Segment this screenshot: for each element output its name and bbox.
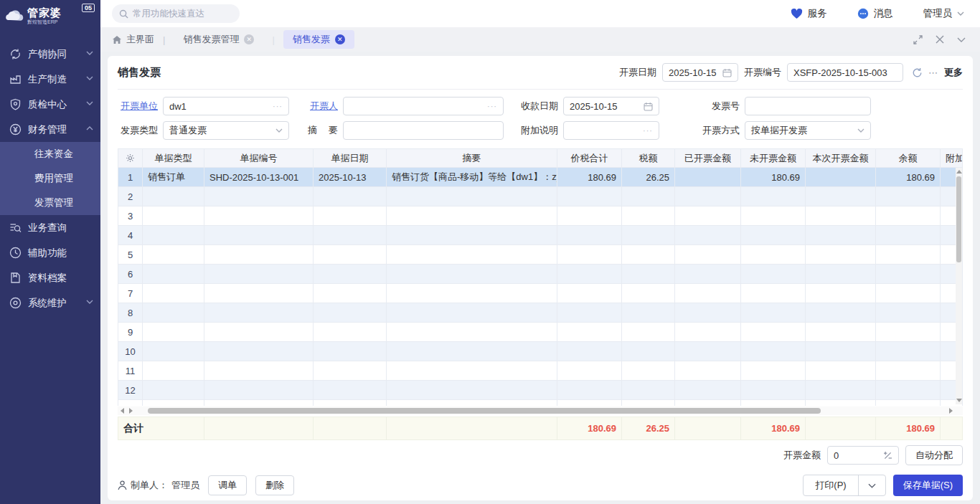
service-button[interactable]: 服务 xyxy=(791,7,827,20)
billing-unit-value[interactable] xyxy=(169,101,270,112)
sidebar-subitem[interactable]: 发票管理 xyxy=(0,191,100,215)
cell-doc_type[interactable] xyxy=(143,381,204,400)
cell-summary[interactable] xyxy=(387,226,557,245)
billing-method-select[interactable]: 按单据开发票 xyxy=(745,121,871,140)
cell-summary[interactable] xyxy=(387,245,557,265)
cell-unbilled[interactable] xyxy=(741,226,806,245)
tab-home[interactable]: 主界面 xyxy=(112,33,154,46)
extra-note-value[interactable] xyxy=(570,125,640,136)
invoice-amount-value[interactable] xyxy=(834,450,880,461)
cell-doc_no[interactable] xyxy=(204,284,314,303)
cell-unbilled[interactable] xyxy=(741,400,806,406)
cell-current[interactable] xyxy=(806,400,876,406)
table-row[interactable]: 10 xyxy=(118,342,963,361)
cell-doc_type[interactable] xyxy=(143,323,204,342)
invoice-no-input[interactable] xyxy=(787,63,903,82)
cell-total[interactable] xyxy=(557,265,622,284)
cell-total[interactable] xyxy=(557,245,622,265)
cell-doc_no[interactable] xyxy=(204,245,314,265)
save-button[interactable]: 保存单据(S) xyxy=(893,475,963,496)
cell-current[interactable] xyxy=(806,206,876,226)
cell-summary[interactable] xyxy=(387,400,557,406)
cell-tax[interactable]: 26.25 xyxy=(622,168,675,187)
cell-total[interactable] xyxy=(557,323,622,342)
table-row[interactable]: 12 xyxy=(118,381,963,400)
cell-doc_date[interactable] xyxy=(314,284,387,303)
cell-doc_type[interactable] xyxy=(143,303,204,323)
vertical-scrollbar[interactable] xyxy=(956,168,962,404)
cell-doc_date[interactable] xyxy=(314,342,387,361)
drawer-input[interactable]: ··· xyxy=(343,97,504,115)
cell-no[interactable]: 3 xyxy=(118,206,143,226)
cell-billed[interactable] xyxy=(675,187,741,206)
cell-balance[interactable] xyxy=(876,284,941,303)
cell-unbilled[interactable] xyxy=(741,284,806,303)
summary-input[interactable] xyxy=(343,121,504,140)
cell-total[interactable] xyxy=(557,303,622,323)
column-header[interactable]: 单据编号 xyxy=(204,149,314,168)
cell-total[interactable] xyxy=(557,361,622,381)
cell-balance[interactable] xyxy=(876,187,941,206)
cell-summary[interactable]: 销售订货【商品-移动】等给【dw1】：zy1 xyxy=(387,168,557,187)
cell-billed[interactable] xyxy=(675,206,741,226)
cell-billed[interactable] xyxy=(675,303,741,323)
cell-doc_date[interactable] xyxy=(314,381,387,400)
cell-billed[interactable] xyxy=(675,265,741,284)
cell-balance[interactable] xyxy=(876,361,941,381)
cell-no[interactable]: 4 xyxy=(118,226,143,245)
cell-unbilled[interactable] xyxy=(741,342,806,361)
horizontal-scroll-thumb[interactable] xyxy=(148,408,821,414)
cell-current[interactable] xyxy=(806,323,876,342)
column-header[interactable]: 本次开票金额 xyxy=(806,149,876,168)
cell-summary[interactable] xyxy=(387,342,557,361)
table-row[interactable]: 7 xyxy=(118,284,963,303)
sidebar-item[interactable]: 产销协同 xyxy=(0,42,100,67)
cell-no[interactable]: 6 xyxy=(118,265,143,284)
cell-doc_date[interactable]: 2025-10-13 xyxy=(314,168,387,187)
scroll-up-icon[interactable] xyxy=(956,170,962,173)
column-settings-header[interactable] xyxy=(118,149,143,168)
column-header[interactable]: 余额 xyxy=(876,149,941,168)
refresh-icon[interactable] xyxy=(912,67,923,78)
scroll-down-icon[interactable] xyxy=(956,399,962,402)
cell-current[interactable] xyxy=(806,265,876,284)
delete-button[interactable]: 删除 xyxy=(255,475,294,495)
cell-no[interactable]: 5 xyxy=(118,245,143,265)
cell-billed[interactable] xyxy=(675,342,741,361)
cell-doc_date[interactable] xyxy=(314,245,387,265)
more-options-icon[interactable]: ⋯ xyxy=(928,67,938,78)
cell-no[interactable]: 12 xyxy=(118,381,143,400)
cell-unbilled[interactable] xyxy=(741,245,806,265)
sidebar-subitem[interactable]: 往来资金 xyxy=(0,142,100,166)
cell-doc_type[interactable] xyxy=(143,361,204,381)
tab-close-icon[interactable]: ✕ xyxy=(244,34,254,44)
cell-current[interactable] xyxy=(806,284,876,303)
cell-summary[interactable] xyxy=(387,284,557,303)
messages-button[interactable]: 消息 xyxy=(857,7,893,20)
table-row[interactable]: 9 xyxy=(118,323,963,342)
column-header[interactable]: 附加 xyxy=(941,149,963,168)
tab-invoice-management[interactable]: 销售发票管理 ✕ xyxy=(174,30,263,49)
cell-doc_date[interactable] xyxy=(314,206,387,226)
cell-doc_type[interactable] xyxy=(143,206,204,226)
sidebar-item[interactable]: 生产制造 xyxy=(0,67,100,92)
cell-doc_type[interactable] xyxy=(143,245,204,265)
print-dropdown-button[interactable] xyxy=(858,475,885,495)
cell-billed[interactable] xyxy=(675,284,741,303)
cell-doc_no[interactable] xyxy=(204,342,314,361)
cell-tax[interactable] xyxy=(622,342,675,361)
cell-summary[interactable] xyxy=(387,323,557,342)
quick-search-input[interactable]: 常用功能快速直达 xyxy=(112,4,240,23)
cell-doc_date[interactable] xyxy=(314,400,387,406)
cell-balance[interactable] xyxy=(876,303,941,323)
cell-balance[interactable] xyxy=(876,381,941,400)
cell-total[interactable] xyxy=(557,187,622,206)
cell-doc_type[interactable]: 销售订单 xyxy=(143,168,204,187)
cell-unbilled[interactable] xyxy=(741,303,806,323)
cell-summary[interactable] xyxy=(387,265,557,284)
cell-doc_no[interactable] xyxy=(204,361,314,381)
cell-doc_no[interactable] xyxy=(204,400,314,406)
cell-total[interactable] xyxy=(557,226,622,245)
invoice-number-input[interactable] xyxy=(745,97,871,115)
cell-tax[interactable] xyxy=(622,303,675,323)
